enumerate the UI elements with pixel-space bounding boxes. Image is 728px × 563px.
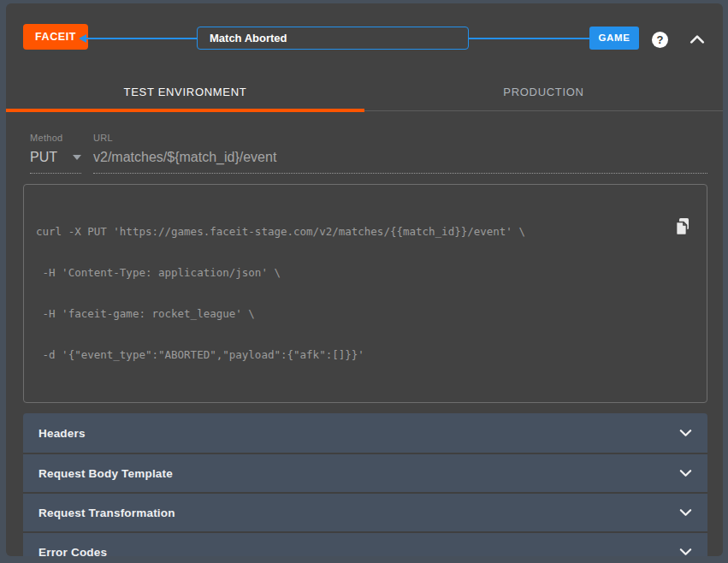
accordion-headers[interactable]: Headers xyxy=(23,413,707,453)
method-select[interactable]: PUT xyxy=(30,148,81,174)
method-field: Method PUT xyxy=(30,133,81,174)
accordion-error-codes[interactable]: Error Codes xyxy=(23,531,707,556)
flow-connector-right xyxy=(469,38,589,39)
chevron-down-icon xyxy=(679,508,692,517)
chevron-down-icon xyxy=(679,429,692,437)
help-icon[interactable]: ? xyxy=(652,32,668,48)
curl-line: -H 'faceit-game: rocket_league' \ xyxy=(36,307,660,321)
event-name-input[interactable] xyxy=(197,27,469,50)
curl-line: -H 'Content-Type: application/json' \ xyxy=(36,266,660,280)
accordion-label: Error Codes xyxy=(38,546,107,557)
accordion-label: Headers xyxy=(38,427,86,440)
url-input[interactable]: v2/matches/${match_id}/event xyxy=(93,148,707,174)
accordion-request-body-template[interactable]: Request Body Template xyxy=(23,453,707,492)
tab-test-environment[interactable]: TEST ENVIRONMENT xyxy=(6,74,364,110)
method-label: Method xyxy=(30,133,81,143)
flow-header: FACEIT GAME ? xyxy=(6,3,723,74)
url-field: URL v2/matches/${match_id}/event xyxy=(93,133,707,174)
collapse-chevron-up-icon[interactable] xyxy=(690,34,705,44)
accordion-request-transformation[interactable]: Request Transformation xyxy=(23,492,707,531)
game-target-button[interactable]: GAME xyxy=(589,27,639,50)
environment-tabs: TEST ENVIRONMENT PRODUCTION xyxy=(6,74,723,111)
event-config-card: FACEIT GAME ? TEST ENVIRONMENT PRODUCTIO… xyxy=(6,3,723,556)
accordion-group: Headers Request Body Template Request Tr… xyxy=(23,413,707,556)
curl-command: curl -X PUT 'https://games.faceit-stage.… xyxy=(36,198,660,389)
url-label: URL xyxy=(93,133,707,143)
chevron-down-icon xyxy=(679,469,692,477)
accordion-label: Request Transformation xyxy=(38,507,175,519)
curl-line: -d '{"event_type":"ABORTED","payload":{"… xyxy=(36,348,660,362)
method-value: PUT xyxy=(30,150,57,165)
flow-connector-left xyxy=(86,38,197,39)
curl-preview-block: curl -X PUT 'https://games.faceit-stage.… xyxy=(23,184,707,403)
copy-icon[interactable] xyxy=(672,216,693,236)
caret-down-icon xyxy=(73,155,81,160)
accordion-label: Request Body Template xyxy=(38,467,173,480)
request-line: Method PUT URL v2/matches/${match_id}/ev… xyxy=(30,133,707,174)
curl-line: curl -X PUT 'https://games.faceit-stage.… xyxy=(36,225,660,239)
chevron-down-icon xyxy=(679,548,692,556)
tab-production[interactable]: PRODUCTION xyxy=(364,74,723,110)
